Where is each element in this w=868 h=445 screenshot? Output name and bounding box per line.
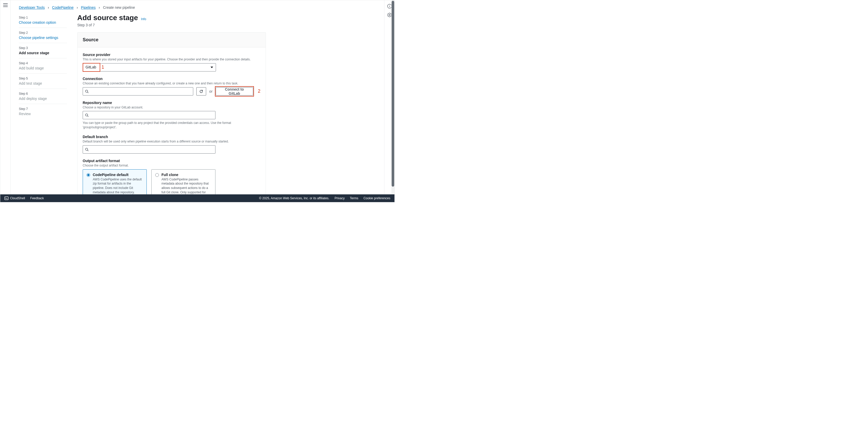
repository-footnote: You can type or paste the group path to …	[83, 121, 260, 130]
branch-search[interactable]	[83, 145, 215, 153]
source-provider-help: This is where you stored your input arti…	[83, 57, 260, 62]
svg-point-0	[86, 90, 88, 92]
step-disabled: Add deploy stage	[19, 97, 67, 101]
info-panel-icon[interactable]	[387, 4, 392, 8]
breadcrumb-link[interactable]: Developer Tools	[19, 5, 45, 9]
info-link[interactable]: Info	[141, 17, 146, 21]
branch-input[interactable]	[90, 147, 213, 151]
or-text: or	[209, 89, 212, 94]
scrollbar[interactable]	[392, 0, 395, 194]
page-title: Add source stage	[77, 14, 138, 22]
footer: CloudShell Feedback © 2025, Amazon Web S…	[0, 194, 395, 202]
search-icon	[85, 148, 89, 151]
wizard-steps: Step 1 Choose creation option Step 2 Cho…	[19, 14, 67, 194]
step-current: Add source stage	[19, 51, 67, 55]
connection-input[interactable]	[90, 89, 191, 94]
radio-icon	[87, 173, 90, 177]
refresh-icon	[199, 89, 203, 94]
artifact-help: Choose the output artifact format.	[83, 163, 260, 168]
svg-point-2	[86, 114, 88, 116]
cloudshell-button[interactable]: CloudShell	[4, 196, 25, 200]
repository-help: Choose a repository in your GitLab accou…	[83, 105, 260, 110]
connection-label: Connection	[83, 77, 260, 81]
step-num: Step 6	[19, 92, 67, 96]
artifact-option-default[interactable]: CodePipeline default AWS CodePipeline us…	[83, 169, 147, 194]
cookie-prefs-link[interactable]: Cookie preferences	[364, 197, 390, 200]
branch-help: Default branch will be used only when pi…	[83, 139, 260, 144]
connection-search[interactable]	[83, 87, 193, 96]
connection-help: Choose an existing connection that you h…	[83, 81, 260, 86]
page-subtitle: Step 3 of 7	[77, 23, 266, 27]
svg-point-4	[86, 148, 88, 150]
step-disabled: Add test stage	[19, 81, 67, 85]
svg-point-10	[389, 14, 390, 16]
step-num: Step 3	[19, 46, 67, 50]
breadcrumb-link[interactable]: Pipelines	[81, 5, 96, 9]
source-panel: Source Source provider This is where you…	[77, 32, 266, 194]
radio-icon	[155, 173, 159, 177]
step-disabled: Review	[19, 112, 67, 116]
step-num: Step 1	[19, 16, 67, 20]
search-icon	[85, 113, 89, 117]
privacy-link[interactable]: Privacy	[335, 197, 345, 200]
search-icon	[85, 90, 89, 93]
step-num: Step 2	[19, 31, 67, 35]
svg-marker-9	[388, 13, 392, 17]
terms-link[interactable]: Terms	[350, 197, 358, 200]
refresh-button[interactable]	[196, 87, 206, 96]
hamburger-menu-icon[interactable]	[3, 3, 8, 7]
annotation-number: 1	[101, 65, 104, 70]
source-provider-label: Source provider	[83, 53, 260, 57]
connect-gitlab-button[interactable]: Connect to GitLab	[216, 87, 253, 96]
chevron-down-icon	[211, 67, 213, 68]
step-num: Step 5	[19, 77, 67, 80]
step-link[interactable]: Choose pipeline settings	[19, 36, 67, 40]
artifact-option-fullclone[interactable]: Full clone AWS CodePipeline passes metad…	[151, 169, 215, 194]
step-link[interactable]: Choose creation option	[19, 21, 67, 25]
annotation-number: 2	[258, 89, 260, 94]
svg-line-5	[88, 150, 89, 151]
branch-label: Default branch	[83, 135, 260, 139]
step-num: Step 7	[19, 107, 67, 111]
step-disabled: Add build stage	[19, 66, 67, 70]
repository-search[interactable]	[83, 111, 215, 119]
source-provider-select[interactable]: GitLab 1	[83, 63, 216, 71]
copyright: © 2025, Amazon Web Services, Inc. or its…	[259, 197, 330, 200]
step-num: Step 4	[19, 62, 67, 65]
artifact-label: Output artifact format	[83, 159, 260, 163]
breadcrumb: Developer Tools › CodePipeline › Pipelin…	[10, 0, 384, 14]
tools-panel-icon[interactable]	[387, 13, 392, 17]
svg-point-8	[389, 5, 390, 5]
repository-input[interactable]	[90, 113, 213, 117]
feedback-link[interactable]: Feedback	[30, 197, 44, 200]
svg-line-3	[88, 116, 89, 117]
cloudshell-icon	[4, 196, 8, 200]
repository-label: Repository name	[83, 101, 260, 105]
breadcrumb-current: Create new pipeline	[103, 5, 135, 9]
panel-heading: Source	[83, 37, 260, 43]
svg-line-1	[88, 92, 89, 93]
breadcrumb-link[interactable]: CodePipeline	[52, 5, 74, 9]
